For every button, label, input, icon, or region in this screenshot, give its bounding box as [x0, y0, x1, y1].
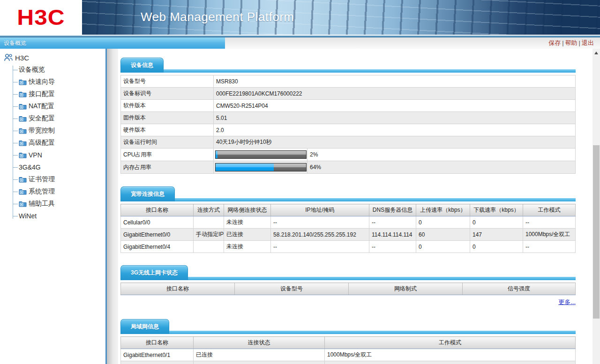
field-value: 5.01: [214, 112, 576, 124]
memory-progress-bar: [215, 163, 307, 171]
cell: 58.218.201.140/255.255.255.192: [271, 229, 369, 241]
sidebar-item-nat-config[interactable]: NAT配置: [0, 100, 105, 112]
tree-connector: [13, 131, 18, 131]
tab-device-info: 设备信息: [120, 58, 164, 73]
cell: 已连接: [194, 349, 325, 361]
sidebar-item-quick-wizard[interactable]: 快速向导: [0, 76, 105, 88]
folder-plus-icon: [19, 189, 27, 195]
scrollbar-thumb[interactable]: [593, 145, 600, 319]
tab-underline-bar: [120, 69, 576, 73]
field-label: 设备运行时间: [121, 136, 214, 149]
section-head: 宽带连接信息: [120, 186, 576, 201]
sidebar-item-winet[interactable]: WiNet: [0, 210, 105, 222]
cell: 未连接: [224, 241, 271, 253]
save-link[interactable]: 保存: [548, 39, 561, 46]
broadband-table: 接口名称 连接方式 网络侧连接状态 IP地址/掩码 DNS服务器信息 上传速率（…: [120, 204, 576, 253]
folder-plus-icon: [19, 128, 27, 134]
folder-plus-icon: [19, 140, 27, 146]
cell: --: [369, 216, 416, 229]
sidebar-item-label: 系统管理: [29, 187, 55, 196]
field-label: 内存占用率: [121, 161, 214, 174]
sidebar-item-device-overview[interactable]: 设备概览: [0, 64, 105, 76]
sidebar-item-security-config[interactable]: 安全配置: [0, 112, 105, 125]
folder-plus-icon: [19, 152, 27, 158]
sidebar-item-label: 高级配置: [29, 139, 55, 147]
logout-link[interactable]: 退出: [582, 39, 594, 46]
scroll-up-arrow[interactable]: [592, 49, 600, 57]
cell: 未连接: [224, 216, 271, 229]
lan-table: 接口名称 连接状态 工作模式 GigabitEthernet0/1 已连接 10…: [120, 336, 576, 364]
tree-connector: [13, 204, 18, 204]
sidebar-item-label: 安全配置: [29, 114, 55, 123]
cell: 147: [470, 229, 523, 241]
table-row: 软件版本 CMW520-R2514P04: [121, 100, 576, 112]
field-value: CMW520-R2514P04: [214, 100, 576, 112]
cpu-bar-cell: [214, 149, 308, 161]
cell: --: [271, 216, 369, 229]
nav-tree: H3C 设备概览 快速向导 接口配置 NAT配置 安全配置: [0, 52, 105, 222]
tree-connector: [13, 94, 18, 95]
sidebar-item-bandwidth-control[interactable]: 带宽控制: [0, 125, 105, 137]
tree-connector: [13, 179, 18, 180]
field-value: MSR830: [214, 75, 576, 88]
cell: GigabitEthernet0/1: [121, 349, 194, 361]
folder-plus-icon: [19, 104, 27, 110]
section-head: 设备信息: [120, 57, 576, 73]
tab-lan-info: 局域网信息: [120, 319, 169, 334]
more-link[interactable]: 更多...: [558, 298, 576, 305]
cell: --: [369, 241, 416, 253]
memory-percent: 64%: [308, 161, 576, 174]
table-row: 固件版本 5.01: [121, 112, 576, 124]
memory-bar-cell: [214, 161, 308, 174]
sidebar-root-h3c[interactable]: H3C: [0, 52, 105, 64]
table-row: 设备运行时间 40天19小时9分钟10秒: [121, 136, 576, 149]
sidebar-item-aux-tools[interactable]: 辅助工具: [0, 198, 105, 210]
field-value: 2.0: [214, 124, 576, 136]
cell: 1000Mbps/全双工: [523, 229, 576, 241]
sidebar-item-system-mgmt[interactable]: 系统管理: [0, 186, 105, 198]
field-label: 软件版本: [121, 100, 214, 112]
user-group-icon: [4, 53, 13, 62]
table-row: 设备标识号 000FE2219801A0KCM176000222: [121, 88, 576, 100]
content-scrollbar[interactable]: [592, 49, 600, 364]
tree-connector: [13, 155, 18, 156]
tree-connector: [13, 192, 18, 192]
folder-plus-icon: [19, 79, 27, 85]
sidebar-root-label: H3C: [15, 54, 29, 62]
tab-broadband-info: 宽带连接信息: [120, 186, 175, 201]
tab-3g-status: 3G无线上网卡状态: [120, 265, 188, 280]
sidebar-item-label: 证书管理: [29, 175, 55, 184]
table-row: GigabitEthernet0/0 手动指定IP 已连接 58.218.201…: [121, 229, 576, 241]
section-lan: 局域网信息 接口名称 连接状态 工作模式 GigabitEthernet0/1 …: [120, 319, 576, 364]
column-header: 设备型号: [235, 283, 349, 295]
breadcrumb: 设备概览: [0, 37, 225, 49]
sidebar-item-certificate-mgmt[interactable]: 证书管理: [0, 173, 105, 186]
link-separator: |: [579, 39, 580, 46]
field-label: CPU占用率: [121, 149, 214, 161]
table-header-row: 接口名称 设备型号 网络制式 信号强度: [121, 283, 576, 295]
section-head: 3G无线上网卡状态: [120, 265, 576, 280]
column-header: 信号强度: [463, 283, 576, 295]
cell: 0: [416, 216, 470, 229]
column-header: 工作模式: [523, 204, 576, 216]
sidebar-item-advanced-config[interactable]: 高级配置: [0, 137, 105, 149]
tree-connector: [13, 82, 18, 82]
table-row: 设备型号 MSR830: [121, 75, 576, 88]
tab-underline-bar: [120, 198, 576, 201]
column-header: 网络制式: [349, 283, 463, 295]
tree-connector: [13, 70, 18, 70]
sidebar-item-3g4g[interactable]: 3G&4G: [0, 161, 105, 173]
sidebar-item-vpn[interactable]: VPN: [0, 149, 105, 161]
sidebar-nav: H3C 设备概览 快速向导 接口配置 NAT配置 安全配置: [0, 49, 105, 364]
cell: 0: [470, 241, 523, 253]
help-link[interactable]: 帮助: [565, 39, 578, 46]
table-row-cpu: CPU占用率 2%: [121, 149, 576, 161]
cell: 114.114.114.114: [369, 229, 416, 241]
sidebar-item-label: 3G&4G: [19, 163, 41, 171]
section-device-info: 设备信息 设备型号 MSR830 设备标识号 000FE2219801A0KCM…: [120, 57, 576, 174]
cell: --: [523, 241, 576, 253]
cpu-progress-bar: [215, 150, 307, 159]
tree-line: [13, 66, 13, 219]
sidebar-item-interface-config[interactable]: 接口配置: [0, 88, 105, 100]
field-label: 硬件版本: [121, 124, 214, 136]
